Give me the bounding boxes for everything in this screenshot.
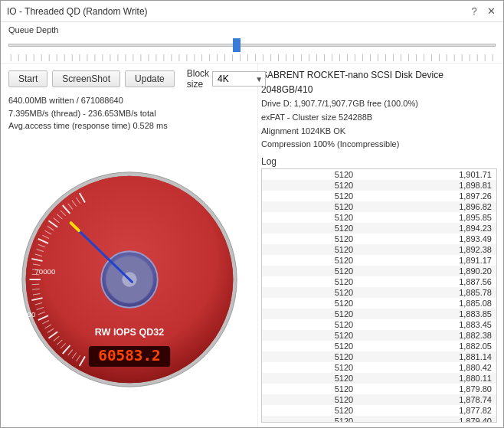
log-row: 51201,885.78 (262, 287, 496, 298)
queue-depth-section: Queue Depth ||||||||||||||||||||||||||||… (1, 22, 503, 64)
log-col2: 1,879.80 (358, 384, 496, 394)
log-row: 51201,879.40 (262, 416, 496, 423)
log-col2: 1,901.71 (358, 169, 496, 180)
log-row: 51201,878.74 (262, 394, 496, 405)
log-row: 51201,887.56 (262, 276, 496, 287)
log-col1: 5120 (262, 287, 358, 298)
log-row: 51201,880.42 (262, 362, 496, 373)
log-col1: 5120 (262, 234, 358, 244)
log-col2: 1,877.82 (358, 405, 496, 416)
log-col2: 1,894.23 (358, 223, 496, 234)
gauge-label: RW IOPS QD32 (94, 327, 163, 338)
block-size-select-wrapper: 4K 512B 1K 2K 8K 16K 32K 64K 128K ▼ (212, 71, 266, 87)
title-controls: ? ✕ (468, 5, 497, 18)
disk-name: SABRENT ROCKET-nano SCSI Disk Device 204… (261, 68, 497, 97)
screenshot-button[interactable]: ScreenShot (52, 70, 120, 87)
log-col2: 1,880.42 (358, 362, 496, 373)
log-col1: 5120 (262, 384, 358, 394)
log-col1: 5120 (262, 405, 358, 416)
log-row: 51201,901.71 (262, 169, 496, 180)
throughput-stat: 7.395MB/s (thread) - 236.653MB/s total (8, 107, 250, 120)
log-row: 51201,890.20 (262, 266, 496, 276)
block-size-select[interactable]: 4K 512B 1K 2K 8K 16K 32K 64K 128K (212, 71, 266, 87)
close-button[interactable]: ✕ (485, 5, 497, 18)
gauge-value-display: 60583.2 (98, 348, 160, 365)
log-col2: 1,882.05 (358, 341, 496, 351)
stats-section: 640.00MB written / 671088640 7.395MB/s (… (8, 94, 250, 132)
log-col2: 1,898.81 (358, 180, 496, 191)
log-col2: 1,879.40 (358, 416, 496, 423)
drive-info: Drive D: 1,907.7/1,907.7GB free (100.0%) (261, 97, 497, 111)
log-col1: 5120 (262, 191, 358, 201)
log-row: 51201,880.11 (262, 373, 496, 384)
filesystem-info: exFAT - Cluster size 524288B (261, 111, 497, 125)
log-col1: 5120 (262, 266, 358, 276)
log-col1: 5120 (262, 394, 358, 405)
log-col2: 1,880.11 (358, 373, 496, 384)
log-row: 51201,897.26 (262, 191, 496, 201)
log-col1: 5120 (262, 201, 358, 212)
log-col2: 1,878.74 (358, 394, 496, 405)
log-row: 51201,891.17 (262, 255, 496, 266)
log-col2: 1,893.49 (358, 234, 496, 244)
log-col1: 5120 (262, 298, 358, 309)
log-row: 51201,881.14 (262, 351, 496, 362)
log-col2: 1,896.82 (358, 201, 496, 212)
right-panel: SABRENT ROCKET-nano SCSI Disk Device 204… (257, 64, 503, 427)
log-col2: 1,887.56 (358, 276, 496, 287)
log-row: 51201,896.82 (262, 201, 496, 212)
log-row: 51201,883.85 (262, 309, 496, 319)
log-row: 51201,885.08 (262, 298, 496, 309)
log-col1: 5120 (262, 362, 358, 373)
log-col2: 1,885.08 (358, 298, 496, 309)
log-col1: 5120 (262, 244, 358, 255)
avg-access-stat: Avg.access time (response time) 0.528 ms (8, 119, 250, 132)
log-col2: 1,883.45 (358, 319, 496, 330)
log-row: 51201,898.81 (262, 180, 496, 191)
main-content: Start ScreenShot Update Block size 4K 51… (1, 64, 503, 427)
log-row: 51201,895.85 (262, 212, 496, 223)
compression-info: Compression 100% (Incompressible) (261, 138, 497, 152)
log-label: Log (261, 156, 497, 167)
title-bar: IO - Threaded QD (Random Write) ? ✕ (1, 1, 503, 22)
slider-container[interactable] (8, 37, 496, 54)
start-button[interactable]: Start (8, 70, 47, 87)
log-col2: 1,881.14 (358, 351, 496, 362)
slider-track (8, 44, 496, 47)
log-col1: 5120 (262, 351, 358, 362)
log-section: Log 51201,901.7151201,898.8151201,897.26… (261, 156, 497, 423)
log-col1: 5120 (262, 341, 358, 351)
svg-text:56000: 56000 (18, 357, 25, 365)
log-row: 51201,894.23 (262, 223, 496, 234)
queue-depth-label: Queue Depth (8, 25, 496, 34)
window-title: IO - Threaded QD (Random Write) (7, 6, 148, 17)
log-col1: 5120 (262, 223, 358, 234)
log-col1: 5120 (262, 330, 358, 341)
log-col1: 5120 (262, 255, 358, 266)
log-col2: 1,885.78 (358, 287, 496, 298)
svg-text:70000: 70000 (34, 267, 55, 276)
log-col2: 1,892.38 (358, 244, 496, 255)
svg-text:63000: 63000 (18, 311, 35, 319)
slider-ticks: ||||||||||||||||||||||||||||||||||||||||… (8, 54, 496, 61)
log-row: 51201,877.82 (262, 405, 496, 416)
log-row: 51201,892.38 (262, 244, 496, 255)
log-row: 51201,882.05 (262, 341, 496, 351)
block-size-group: Block size 4K 512B 1K 2K 8K 16K 32K 64K … (187, 68, 266, 90)
log-row: 51201,879.80 (262, 384, 496, 394)
log-col1: 5120 (262, 276, 358, 287)
slider-thumb[interactable] (233, 38, 241, 52)
log-col1: 5120 (262, 212, 358, 223)
left-panel: Start ScreenShot Update Block size 4K 51… (1, 64, 257, 427)
update-button[interactable]: Update (125, 70, 175, 87)
log-col1: 5120 (262, 180, 358, 191)
log-col2: 1,891.17 (358, 255, 496, 266)
log-col1: 5120 (262, 169, 358, 180)
help-button[interactable]: ? (468, 5, 480, 18)
log-table-wrapper[interactable]: 51201,901.7151201,898.8151201,897.265120… (261, 168, 497, 423)
log-col2: 1,890.20 (358, 266, 496, 276)
log-col2: 1,895.85 (358, 212, 496, 223)
gauge-container: 0 7000 14000 21000 28000 35000 42000 490… (8, 137, 250, 423)
log-col1: 5120 (262, 309, 358, 319)
log-row: 51201,883.45 (262, 319, 496, 330)
